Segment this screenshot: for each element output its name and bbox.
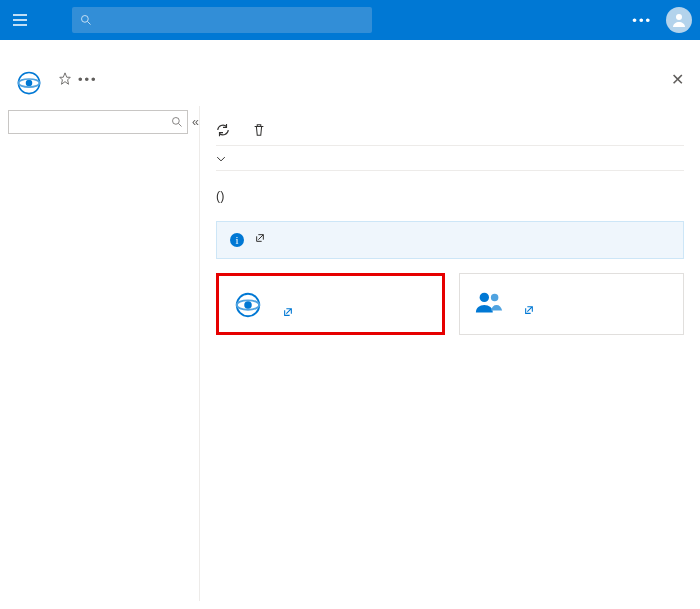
open-portal-link[interactable] <box>279 307 293 317</box>
svg-point-5 <box>26 80 33 87</box>
svg-point-14 <box>491 294 499 302</box>
purview-icon <box>16 70 42 96</box>
learn-more-link[interactable] <box>255 232 265 246</box>
collapse-sidebar-button[interactable]: « <box>192 111 199 133</box>
svg-point-13 <box>480 293 489 302</box>
title-more-button[interactable]: ••• <box>78 72 98 87</box>
refresh-button[interactable] <box>216 123 236 137</box>
external-link-icon <box>283 307 293 317</box>
sidebar-search-input[interactable] <box>8 110 188 134</box>
access-control-link[interactable] <box>520 305 534 315</box>
svg-text:i: i <box>235 234 238 246</box>
svg-line-7 <box>179 124 182 127</box>
global-search-input[interactable] <box>72 7 372 33</box>
svg-point-0 <box>82 16 89 23</box>
pin-button[interactable] <box>58 72 72 87</box>
info-icon: i <box>229 232 245 248</box>
external-link-icon <box>524 305 534 315</box>
svg-point-2 <box>676 14 682 20</box>
search-icon <box>171 116 183 128</box>
svg-line-1 <box>88 22 91 25</box>
delete-button[interactable] <box>252 123 272 137</box>
open-portal-card <box>216 273 445 335</box>
chevron-down-icon[interactable] <box>216 154 226 164</box>
refresh-icon <box>216 123 230 137</box>
manage-users-card <box>459 273 684 335</box>
search-icon <box>80 14 92 26</box>
breadcrumb <box>0 40 700 66</box>
resource-sidebar: « <box>0 106 200 601</box>
trash-icon <box>252 123 266 137</box>
svg-point-12 <box>244 301 252 309</box>
global-menu-button[interactable] <box>8 8 32 32</box>
users-icon <box>474 288 508 318</box>
svg-point-6 <box>173 118 180 125</box>
more-menu-button[interactable]: ••• <box>632 13 652 28</box>
account-avatar[interactable] <box>666 7 692 33</box>
purview-icon <box>233 290 267 320</box>
person-icon <box>671 12 687 28</box>
close-blade-button[interactable]: ✕ <box>671 70 684 89</box>
info-banner: i <box>216 221 684 259</box>
